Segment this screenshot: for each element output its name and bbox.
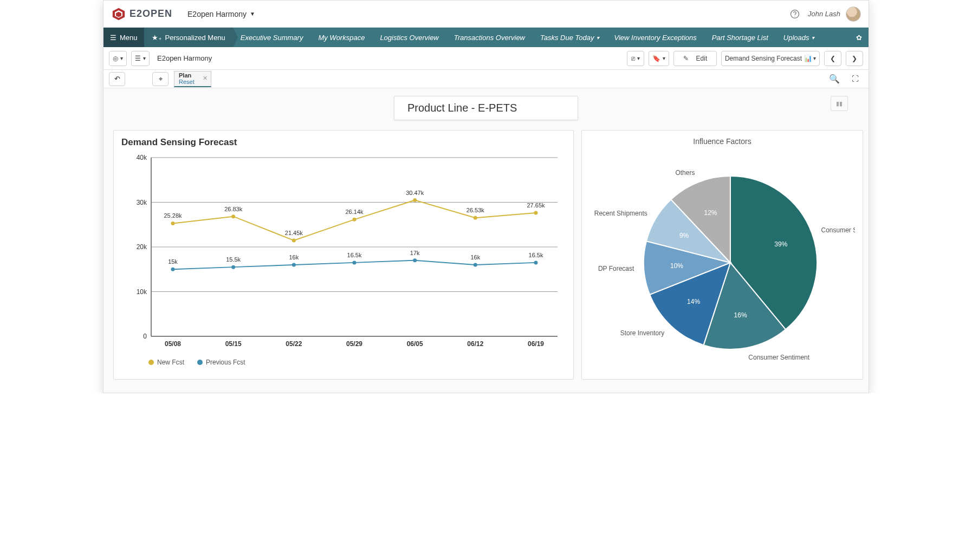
svg-text:DP Forecast: DP Forecast [598, 265, 634, 272]
svg-text:16.5k: 16.5k [529, 252, 543, 258]
nav-item-3[interactable]: Transactions Overview [446, 28, 533, 47]
menu-button[interactable]: ☰ Menu [103, 28, 144, 47]
list-dropdown[interactable]: ☰▾ [131, 51, 150, 66]
svg-text:05/29: 05/29 [346, 340, 362, 348]
fullscreen-button[interactable]: ⛶ [847, 72, 863, 86]
target-cancel-icon: ⌖ [159, 75, 163, 83]
content: ▮▮ Product Line - E-PETS Demand Sensing … [103, 88, 869, 393]
svg-text:06/05: 06/05 [407, 340, 423, 348]
svg-text:21.45k: 21.45k [285, 230, 303, 236]
user-name: John Lash [808, 10, 840, 18]
nav-item-label: Executive Summary [241, 34, 303, 42]
svg-point-43 [353, 261, 357, 264]
svg-text:16k: 16k [470, 254, 480, 261]
app-switcher[interactable]: E2open Harmony ▼ [187, 10, 255, 18]
svg-text:Consumer Sentiment: Consumer Sentiment [748, 354, 809, 361]
svg-point-45 [413, 258, 417, 262]
chevron-down-icon: ▼ [250, 11, 255, 17]
svg-text:30.47k: 30.47k [406, 190, 424, 196]
help-icon[interactable] [787, 6, 802, 22]
target-cancel-button[interactable]: ⌖ [152, 72, 169, 86]
list-icon: ☰ [135, 55, 141, 62]
toolbar: ◎▾ ☰▾ E2open Harmony ⎚▾ 🔖▾ ✎ Edit Demand… [103, 47, 869, 70]
svg-point-31 [413, 198, 417, 202]
svg-text:05/22: 05/22 [286, 340, 302, 348]
nav-item-4[interactable]: Tasks Due Today▾ [533, 28, 607, 47]
gear-icon: ✿ [856, 34, 862, 42]
search-icon: 🔍 [829, 74, 840, 84]
nav-item-label: Logistics Overview [380, 34, 438, 42]
page-title: Product Line - E-PETS [394, 96, 578, 120]
personalized-menu-button[interactable]: ★₊ Personalized Menu [144, 28, 233, 47]
nav-item-0[interactable]: Executive Summary [233, 28, 311, 47]
svg-text:Consumer Sa...: Consumer Sa... [821, 226, 855, 234]
svg-text:12%: 12% [704, 209, 717, 217]
edit-button[interactable]: ✎ Edit [673, 51, 717, 66]
svg-text:26.83k: 26.83k [224, 206, 243, 212]
chevron-down-icon: ▾ [812, 35, 814, 41]
back-arrow-button[interactable]: ↶ [109, 72, 125, 86]
pencil-icon: ✎ [683, 55, 689, 62]
star-icon: ★₊ [152, 34, 162, 42]
next-button[interactable]: ❯ [846, 51, 863, 66]
svg-text:10%: 10% [670, 262, 683, 270]
compass-dropdown[interactable]: ◎▾ [109, 51, 127, 66]
monitor-icon: ⎚ [631, 55, 635, 62]
svg-text:9%: 9% [679, 232, 689, 239]
compass-icon: ◎ [113, 55, 118, 62]
svg-text:06/12: 06/12 [467, 340, 483, 348]
nav-item-label: Transactions Overview [454, 34, 525, 42]
search-button[interactable]: 🔍 [826, 72, 843, 86]
pie-chart-panel: Influence Factors 39%Consumer Sa...16%Co… [581, 130, 863, 380]
svg-text:25.28k: 25.28k [164, 212, 182, 219]
svg-point-41 [292, 263, 296, 267]
prev-button[interactable]: ❮ [824, 51, 841, 66]
legend-label: New Fcst [157, 359, 184, 366]
close-icon[interactable]: ✕ [203, 75, 208, 81]
nav-item-label: Tasks Due Today [540, 34, 594, 42]
pause-button[interactable]: ▮▮ [831, 96, 848, 111]
legend-item[interactable]: Previous Fcst [197, 359, 245, 366]
fullscreen-icon: ⛶ [852, 75, 859, 83]
bookmark-icon: 🔖 [652, 55, 660, 62]
svg-text:26.53k: 26.53k [466, 207, 485, 213]
legend-dot-icon [148, 360, 154, 365]
line-chart: 010k20k30k40k05/0805/1505/2205/2906/0506… [121, 152, 566, 353]
brand-logo-icon [111, 6, 126, 22]
svg-point-35 [534, 211, 538, 214]
plan-strip: ↶ ⌖ Plan Reset ✕ 🔍 ⛶ [103, 70, 869, 88]
legend-dot-icon [197, 360, 203, 365]
svg-text:0: 0 [143, 333, 147, 340]
nav-item-7[interactable]: Uploads▾ [776, 28, 822, 47]
app-title: E2open Harmony [187, 10, 247, 18]
svg-text:16.5k: 16.5k [347, 252, 362, 258]
svg-text:40k: 40k [137, 154, 147, 161]
avatar[interactable] [846, 6, 861, 22]
svg-text:Others: Others [675, 169, 695, 177]
svg-point-33 [474, 216, 477, 220]
svg-text:26.14k: 26.14k [345, 209, 364, 215]
nav-item-5[interactable]: View Inventory Exceptions [607, 28, 704, 47]
screen-dropdown[interactable]: ⎚▾ [627, 51, 644, 66]
chevron-down-icon: ▾ [597, 35, 599, 41]
topbar: E2OPEN E2open Harmony ▼ John Lash [103, 1, 869, 28]
nav-item-label: Uploads [783, 34, 809, 42]
pie-chart: 39%Consumer Sa...16%Consumer Sentiment14… [589, 149, 855, 371]
view-selector[interactable]: Demand Sensing Forecast 📊▾ [721, 51, 820, 66]
nav-item-6[interactable]: Part Shortage List [704, 28, 776, 47]
settings-button[interactable]: ✿ [850, 28, 869, 47]
plan-tab-title: Plan [179, 72, 195, 79]
plan-tab[interactable]: Plan Reset ✕ [174, 71, 211, 87]
nav-item-2[interactable]: Logistics Overview [372, 28, 446, 47]
bookmark-dropdown[interactable]: 🔖▾ [649, 51, 669, 66]
svg-text:Recent Shipments: Recent Shipments [594, 210, 647, 217]
nav-item-1[interactable]: My Workspace [310, 28, 372, 47]
legend-item[interactable]: New Fcst [148, 359, 184, 366]
brand-name: E2OPEN [129, 8, 172, 19]
svg-text:20k: 20k [137, 243, 147, 251]
svg-text:10k: 10k [137, 288, 147, 296]
svg-text:30k: 30k [137, 199, 147, 206]
chart-icon: 📊 [804, 55, 812, 62]
svg-point-49 [534, 261, 538, 264]
line-chart-panel: Demand Sensing Forecast 010k20k30k40k05/… [113, 130, 574, 380]
